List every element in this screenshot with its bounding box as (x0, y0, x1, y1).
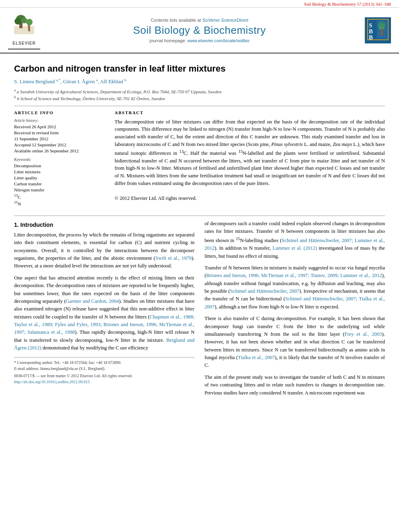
svg-rect-0 (14, 26, 34, 34)
body-col-left: 1. Introduction Litter decomposition, th… (14, 220, 195, 401)
intro-para-2: One aspect that has attracted attention … (14, 274, 195, 352)
doi-link[interactable]: http://dx.doi.org/10.1016/j.soilbio.2012… (14, 380, 90, 384)
cite-berglund[interactable]: Berglund and Ågren (2012) (14, 337, 195, 351)
cite-frey[interactable]: Frey et al., 2003 (345, 331, 382, 337)
journal-homepage: journal homepage: www.elsevier.com/locat… (44, 38, 355, 43)
history-label: Article history: (14, 118, 103, 123)
body-col-right: of decomposers such a transfer could ind… (205, 220, 385, 401)
abstract-column: ABSTRACT The decomposition rate of litte… (115, 110, 385, 207)
main-content: Carbon and nitrogen transfer in leaf lit… (0, 53, 399, 409)
article-title: Carbon and nitrogen transfer in leaf lit… (14, 64, 385, 74)
intro-section-title: 1. Introduction (14, 222, 195, 228)
svg-point-17 (378, 21, 386, 28)
right-para-2: Transfer of N between litters in mixture… (205, 264, 385, 311)
revised-date: 11 September 2012 (14, 136, 103, 141)
authors-line: S. Linnea Berglund a,*, Göran I. Ågren a… (14, 78, 385, 85)
right-para-4: The aim of the present study was to inve… (205, 374, 385, 397)
received-revised-label: Received in revised form (14, 130, 103, 135)
article-history: Article history: Received 26 April 2012 … (14, 118, 103, 153)
sbb-logo: S B B (365, 17, 391, 43)
journal-header: ELSEVIER Contents lists available at Sci… (0, 8, 399, 53)
keywords-label: Keywords: (14, 157, 103, 162)
received-date: Received 26 April 2012 (14, 124, 103, 129)
elsevier-label: ELSEVIER (12, 41, 35, 45)
svg-text:B: B (369, 28, 373, 35)
svg-text:B: B (369, 34, 373, 41)
corresponding-note: * Corresponding author. Tel.: +46 18 672… (14, 360, 121, 365)
svg-text:S: S (369, 22, 372, 29)
sciverse-line: Contents lists available at SciVerse Sci… (44, 18, 355, 23)
keyword-2: Litter mixtures (14, 169, 103, 174)
journal-title-block: Contents lists available at SciVerse Sci… (44, 18, 355, 43)
intro-para-1: Litter decomposition, the process by whi… (14, 231, 195, 270)
article-info-row: ARTICLE INFO Article history: Received 2… (14, 110, 385, 207)
accepted-date: Accepted 12 September 2012 (14, 142, 103, 147)
article-info-heading: ARTICLE INFO (14, 110, 103, 115)
divider-1 (14, 106, 385, 106)
copyright-issn: 0038-0717/$ — see front matter © 2012 El… (14, 373, 195, 379)
svg-rect-7 (28, 25, 30, 31)
right-para-1: of decomposers such a transfer could ind… (205, 220, 385, 260)
cite-chapman[interactable]: Chapman et al., 1988; Taylor et al., 198… (14, 314, 195, 335)
elsevier-logo-block: ELSEVIER (8, 11, 40, 49)
cite-briones[interactable]: Briones and Ineson, 1996; McTiernan et a… (206, 273, 382, 278)
right-para-3: There is also transfer of C during decom… (205, 315, 385, 370)
expected-word: expected (247, 119, 265, 125)
svg-point-8 (26, 19, 33, 25)
cite-lummer[interactable]: Lummer et al. (2012) (273, 245, 317, 251)
article-info-column: ARTICLE INFO Article history: Received 2… (14, 110, 103, 207)
sbb-letters: S B B (367, 18, 389, 42)
keyword-5: Nitrogen transfer (14, 187, 103, 192)
journal-citation: Soil Biology & Biochemistry 57 (2013) 34… (304, 2, 391, 6)
affiliation-b: b b School of Science and Technology, Ör… (14, 95, 385, 101)
journal-main-title: Soil Biology & Biochemistry (44, 24, 355, 37)
cite-schimel-2[interactable]: Schimel and Hättenschwiler, 2007 (230, 288, 299, 294)
abstract-heading: ABSTRACT (115, 110, 385, 115)
journal-logo-right: S B B (359, 17, 391, 43)
keyword-4: Carbon transfer (14, 181, 103, 186)
keyword-7: 15N (14, 200, 103, 206)
homepage-url[interactable]: www.elsevier.com/locate/soilbio (187, 38, 249, 43)
author-email[interactable]: linnea.berglund@slu.se (40, 366, 78, 371)
journal-citation-bar: Soil Biology & Biochemistry 57 (2013) 34… (0, 0, 399, 8)
keyword-1: Decomposition (14, 163, 103, 168)
affiliation-a: a a Swedish University of Agricultural S… (14, 88, 385, 94)
email-label: E-mail address: linnea.berglund@slu.se (… (14, 366, 105, 371)
divider-2 (14, 216, 385, 216)
footer-text: * Corresponding author. Tel.: +46 18 672… (14, 359, 195, 372)
cite-swift[interactable]: Swift et al., 1979 (155, 255, 191, 261)
svg-point-3 (14, 18, 22, 25)
doi-line: http://dx.doi.org/10.1016/j.soilbio.2012… (14, 379, 195, 385)
sciverse-link[interactable]: SciVerse ScienceDirect (202, 18, 249, 23)
available-online-date: Available online 26 September 2012 (14, 148, 103, 153)
keyword-3: Litter quality (14, 175, 103, 180)
keyword-6: 13C (14, 193, 103, 199)
svg-rect-16 (380, 29, 383, 36)
abstract-text: The decomposition rate of litter mixture… (115, 118, 385, 202)
keywords-section: Keywords: Decomposition Litter mixtures … (14, 157, 103, 206)
affiliations: a a Swedish University of Agricultural S… (14, 88, 385, 101)
author-names: S. Linnea Berglund a,*, Göran I. Ågren a… (14, 78, 126, 84)
cite-gartner[interactable]: Gartner and Cardon, 2004 (66, 298, 119, 304)
body-columns: 1. Introduction Litter decomposition, th… (14, 220, 385, 401)
cite-schimel-3[interactable]: Schimel and Hättenschwiler, 2007; Tialka… (205, 296, 385, 309)
footer-rule (14, 357, 195, 357)
elsevier-tree-icon (12, 14, 36, 36)
cite-tialka[interactable]: Tialka et al., 2007 (238, 355, 275, 360)
